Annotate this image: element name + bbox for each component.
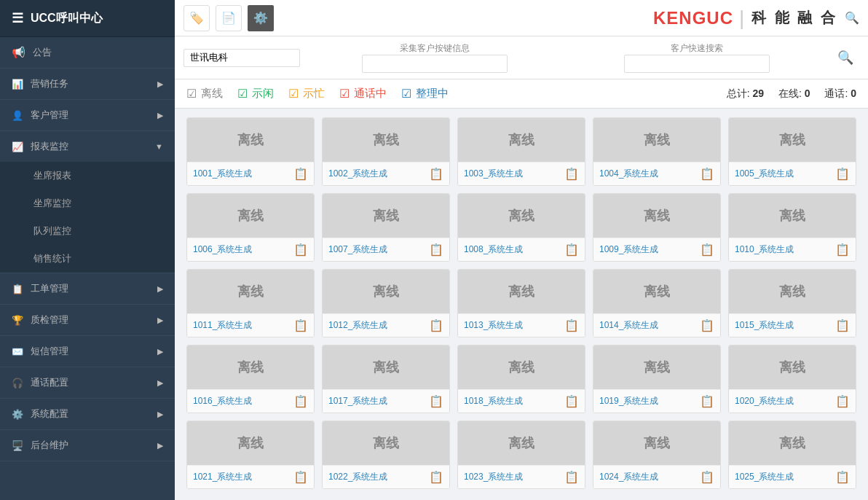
doc-button[interactable]: 📄 bbox=[216, 5, 242, 31]
agent-detail-icon[interactable]: 📋 bbox=[293, 394, 308, 408]
sidebar-item-notice[interactable]: 📢 公告 bbox=[0, 37, 175, 69]
agent-card[interactable]: 离线 1013_系统生成 📋 bbox=[457, 269, 585, 337]
agent-card[interactable]: 离线 1011_系统生成 📋 bbox=[186, 269, 315, 337]
agent-card[interactable]: 离线 1003_系统生成 📋 bbox=[457, 117, 585, 186]
sidebar-item-callconfig[interactable]: 🎧 通话配置 ▶ bbox=[0, 367, 175, 398]
agent-card[interactable]: 离线 1008_系统生成 📋 bbox=[457, 193, 585, 262]
sidebar-label-marketing: 营销任务 bbox=[31, 77, 157, 90]
agent-card[interactable]: 离线 1024_系统生成 📋 bbox=[593, 421, 721, 489]
agent-detail-icon[interactable]: 📋 bbox=[835, 394, 850, 408]
agent-status-display: 离线 bbox=[458, 421, 585, 465]
agent-card[interactable]: 离线 1025_系统生成 📋 bbox=[728, 421, 856, 489]
agent-status-display: 离线 bbox=[729, 118, 856, 162]
agent-card[interactable]: 离线 1023_系统生成 📋 bbox=[457, 421, 585, 489]
sidebar-item-backend[interactable]: 🖥️ 后台维护 ▶ bbox=[0, 430, 175, 461]
tag-button[interactable]: 🏷️ bbox=[184, 5, 210, 31]
agent-card[interactable]: 离线 1019_系统生成 📋 bbox=[593, 345, 721, 413]
agent-detail-icon[interactable]: 📋 bbox=[835, 319, 850, 332]
agent-card[interactable]: 离线 1016_系统生成 📋 bbox=[186, 345, 315, 413]
agent-name: 1018_系统生成 bbox=[464, 395, 561, 407]
agent-detail-icon[interactable]: 📋 bbox=[293, 319, 308, 332]
agent-detail-icon[interactable]: 📋 bbox=[700, 394, 714, 408]
agent-detail-icon[interactable]: 📋 bbox=[700, 243, 714, 257]
agent-detail-icon[interactable]: 📋 bbox=[564, 470, 579, 484]
agent-detail-icon[interactable]: 📋 bbox=[293, 243, 308, 257]
sidebar-item-queue-monitor[interactable]: 队列监控 bbox=[0, 217, 175, 245]
sidebar-item-report[interactable]: 📈 报表监控 ▼ bbox=[0, 131, 175, 162]
agent-card[interactable]: 离线 1009_系统生成 📋 bbox=[593, 193, 721, 262]
agent-detail-icon[interactable]: 📋 bbox=[293, 470, 308, 484]
search-button[interactable]: 🔍 bbox=[832, 47, 859, 69]
sidebar-label-callconfig: 通话配置 bbox=[31, 376, 157, 389]
sidebar-item-quality[interactable]: 🏆 质检管理 ▶ bbox=[0, 305, 175, 335]
keyinfo-label: 采集客户按键信息 bbox=[400, 42, 470, 55]
quicksearch-input[interactable] bbox=[624, 55, 770, 73]
status-wrap[interactable]: ☑ 整理中 bbox=[401, 87, 449, 101]
agent-detail-icon[interactable]: 📋 bbox=[564, 319, 579, 332]
agent-card[interactable]: 离线 1021_系统生成 📋 bbox=[186, 421, 315, 489]
topbar: 🏷️ 📄 ⚙️ KENGUC | 科 能 融 合 🔍 bbox=[175, 0, 868, 36]
agent-detail-icon[interactable]: 📋 bbox=[564, 167, 579, 181]
sidebar-item-sales-stats[interactable]: 销售统计 bbox=[0, 245, 175, 273]
agent-status-display: 离线 bbox=[729, 194, 856, 238]
agent-detail-icon[interactable]: 📋 bbox=[835, 167, 850, 181]
agent-detail-icon[interactable]: 📋 bbox=[429, 319, 443, 332]
agent-card[interactable]: 离线 1012_系统生成 📋 bbox=[322, 269, 450, 337]
topbar-search-icon[interactable]: 🔍 bbox=[845, 11, 859, 25]
agent-detail-icon[interactable]: 📋 bbox=[429, 470, 443, 484]
sidebar-item-seat-report[interactable]: 坐席报表 bbox=[0, 162, 175, 190]
agent-name: 1019_系统生成 bbox=[599, 395, 697, 407]
gear-button[interactable]: ⚙️ bbox=[248, 5, 274, 31]
agent-card[interactable]: 离线 1001_系统生成 📋 bbox=[186, 117, 315, 186]
agent-status-display: 离线 bbox=[458, 345, 585, 389]
report-icon: 📈 bbox=[12, 141, 23, 152]
agent-detail-icon[interactable]: 📋 bbox=[835, 470, 850, 484]
agent-card[interactable]: 离线 1015_系统生成 📋 bbox=[728, 269, 856, 337]
company-input[interactable] bbox=[184, 49, 300, 67]
agent-status-display: 离线 bbox=[593, 118, 720, 162]
agent-detail-icon[interactable]: 📋 bbox=[429, 167, 443, 181]
agent-detail-icon[interactable]: 📋 bbox=[700, 167, 714, 181]
workorder-icon: 📋 bbox=[12, 284, 23, 294]
keyinfo-input[interactable] bbox=[362, 55, 508, 73]
agent-name: 1013_系统生成 bbox=[464, 319, 561, 332]
agent-card[interactable]: 离线 1010_系统生成 📋 bbox=[728, 193, 856, 262]
agent-card[interactable]: 离线 1006_系统生成 📋 bbox=[186, 193, 315, 262]
agent-card[interactable]: 离线 1004_系统生成 📋 bbox=[593, 117, 721, 186]
sidebar-item-sms[interactable]: ✉️ 短信管理 ▶ bbox=[0, 336, 175, 367]
status-idle[interactable]: ☑ 示闲 bbox=[237, 87, 274, 101]
agent-card-bottom: 1017_系统生成 📋 bbox=[323, 389, 449, 413]
sidebar-label-backend: 后台维护 bbox=[31, 439, 157, 452]
agent-card[interactable]: 离线 1020_系统生成 📋 bbox=[728, 345, 856, 413]
logo-separator: | bbox=[739, 7, 746, 30]
agent-card[interactable]: 离线 1005_系统生成 📋 bbox=[728, 117, 856, 186]
agent-detail-icon[interactable]: 📋 bbox=[700, 470, 714, 484]
agent-detail-icon[interactable]: 📋 bbox=[700, 319, 714, 332]
agent-detail-icon[interactable]: 📋 bbox=[564, 243, 579, 257]
sidebar-item-seat-monitor[interactable]: 坐席监控 bbox=[0, 190, 175, 217]
agent-card[interactable]: 离线 1018_系统生成 📋 bbox=[457, 345, 585, 413]
agent-card[interactable]: 离线 1017_系统生成 📋 bbox=[322, 345, 450, 413]
status-offline[interactable]: ☑ 离线 bbox=[186, 87, 223, 101]
agent-name: 1010_系统生成 bbox=[735, 243, 832, 256]
agent-card[interactable]: 离线 1007_系统生成 📋 bbox=[322, 193, 450, 262]
agent-detail-icon[interactable]: 📋 bbox=[293, 167, 308, 181]
sidebar-item-sysconfig[interactable]: ⚙️ 系统配置 ▶ bbox=[0, 399, 175, 429]
busy-label: 示忙 bbox=[303, 87, 325, 101]
status-oncall[interactable]: ☑ 通话中 bbox=[339, 87, 387, 101]
agent-detail-icon[interactable]: 📋 bbox=[564, 394, 579, 408]
agent-detail-icon[interactable]: 📋 bbox=[835, 243, 850, 257]
status-busy[interactable]: ☑ 示忙 bbox=[288, 87, 325, 101]
agent-detail-icon[interactable]: 📋 bbox=[429, 394, 443, 408]
sidebar-item-customer[interactable]: 👤 客户管理 ▶ bbox=[0, 100, 175, 130]
agent-detail-icon[interactable]: 📋 bbox=[429, 243, 443, 257]
sidebar-item-marketing[interactable]: 📊 营销任务 ▶ bbox=[0, 69, 175, 99]
sidebar-group-callconfig: 🎧 通话配置 ▶ bbox=[0, 367, 175, 399]
agent-status-display: 离线 bbox=[458, 118, 585, 162]
agent-name: 1009_系统生成 bbox=[599, 243, 697, 256]
sms-icon: ✉️ bbox=[12, 346, 23, 357]
agent-card[interactable]: 离线 1002_系统生成 📋 bbox=[322, 117, 450, 186]
agent-card[interactable]: 离线 1014_系统生成 📋 bbox=[593, 269, 721, 337]
agent-card[interactable]: 离线 1022_系统生成 📋 bbox=[322, 421, 450, 489]
sidebar-item-workorder[interactable]: 📋 工单管理 ▶ bbox=[0, 273, 175, 304]
